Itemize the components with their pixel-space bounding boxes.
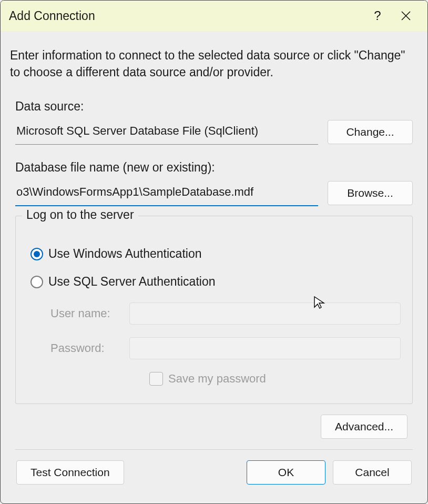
dialog-title: Add Connection [9,9,363,23]
username-label: User name: [50,307,129,320]
intro-text: Enter information to connect to the sele… [10,47,416,80]
auth-group: Log on to the server Use Windows Authent… [15,216,413,404]
radio-off-icon [30,276,43,288]
windows-auth-row[interactable]: Use Windows Authentication [30,247,401,261]
sql-auth-label: Use SQL Server Authentication [48,275,216,289]
save-password-label: Save my password [168,372,266,386]
sql-auth-row[interactable]: Use SQL Server Authentication [30,275,401,289]
filename-label: Database file name (new or existing): [15,160,413,175]
footer: Test Connection OK Cancel [10,450,418,495]
test-connection-button[interactable]: Test Connection [16,460,124,485]
advanced-button[interactable]: Advanced... [321,415,407,439]
filename-field[interactable] [15,180,318,206]
change-button[interactable]: Change... [328,120,413,144]
username-field [129,303,401,325]
cancel-button[interactable]: Cancel [333,460,412,485]
auth-group-title: Log on to the server [22,209,138,221]
password-label: Password: [50,341,129,355]
password-field [129,337,401,359]
radio-on-icon [30,248,43,260]
save-password-row: Save my password [149,372,401,386]
help-icon: ? [374,8,381,23]
help-button[interactable]: ? [363,3,392,28]
windows-auth-label: Use Windows Authentication [48,247,202,261]
checkbox-off-icon [149,372,163,386]
data-source-label: Data source: [15,99,413,114]
add-connection-dialog: Add Connection ? Enter information to co… [0,0,428,504]
titlebar: Add Connection ? [1,1,427,31]
close-icon [401,11,411,21]
data-source-field [15,119,318,145]
close-button[interactable] [392,3,420,28]
browse-button[interactable]: Browse... [328,181,413,205]
ok-button[interactable]: OK [247,460,325,485]
